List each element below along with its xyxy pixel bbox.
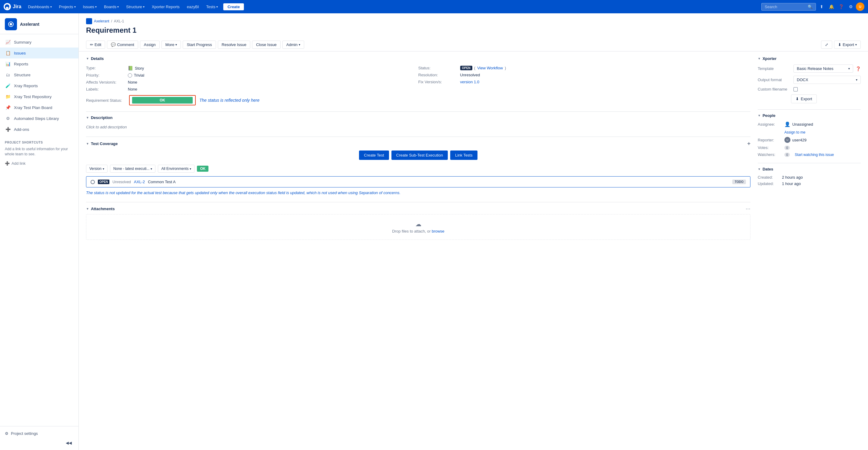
attachments-more-icon[interactable]: ⋯ xyxy=(746,206,750,212)
sidebar-item-label-reports: Reports xyxy=(14,62,28,66)
affects-version-label: Affects Version/s: xyxy=(86,80,125,85)
custom-filename-checkbox[interactable] xyxy=(794,87,798,92)
details-toggle-icon: ▼ xyxy=(86,57,89,60)
admin-button[interactable]: Admin ▾ xyxy=(282,40,304,49)
nav-bell-icon[interactable]: 🔔 xyxy=(827,2,836,11)
template-help-icon[interactable]: ❓ xyxy=(856,66,861,71)
version-filter-chevron: ▾ xyxy=(103,167,104,170)
sidebar-item-xray-test-plan[interactable]: 📌 Xray Test Plan Board xyxy=(0,102,79,113)
divider-2 xyxy=(86,136,750,137)
nav-boards[interactable]: Boards ▾ xyxy=(101,3,122,10)
auto-steps-icon: ⚙ xyxy=(5,116,11,122)
details-grid: Type: 📗 Story Priority: Trivi xyxy=(86,64,750,93)
admin-chevron-icon: ▾ xyxy=(299,43,300,46)
sidebar-item-xray-reports[interactable]: 🧪 Xray Reports xyxy=(0,80,79,91)
nav-settings-icon[interactable]: ⚙ xyxy=(846,2,855,11)
output-format-chevron-icon: ▾ xyxy=(856,78,858,82)
resolve-issue-button[interactable]: Resolve Issue xyxy=(218,40,251,49)
attachments-section: ▼ Attachments ⋯ ☁ Drop files to attach, … xyxy=(86,206,750,240)
export-chevron-icon: ▾ xyxy=(855,43,857,46)
attachments-drop-area[interactable]: ☁ Drop files to attach, or browse xyxy=(86,214,750,240)
test-coverage-add-icon[interactable]: + xyxy=(747,140,750,147)
created-value: 2 hours ago xyxy=(782,175,803,180)
nav-dashboards[interactable]: Dashboards ▾ xyxy=(25,3,55,10)
nav-issues[interactable]: Issues ▾ xyxy=(80,3,100,10)
sidebar: Axelerant 📈 Summary 📋 Issues 📊 Reports 🗂… xyxy=(0,13,79,450)
test-unresolved: Unresolved xyxy=(113,180,131,184)
export-button[interactable]: ⬇ Export ▾ xyxy=(834,40,861,49)
sidebar-item-structure[interactable]: 🗂 Structure xyxy=(0,69,79,80)
template-select[interactable]: Basic Release Notes ▾ xyxy=(794,64,853,73)
divider-3 xyxy=(86,202,750,202)
environment-filter[interactable]: All Environments ▾ xyxy=(158,165,194,172)
add-link[interactable]: ➕ Add link xyxy=(0,159,79,167)
attachments-section-header[interactable]: ▼ Attachments xyxy=(86,206,746,211)
test-radio[interactable] xyxy=(91,180,95,184)
nav-share-icon[interactable]: ⬆ xyxy=(817,2,826,11)
sidebar-item-issues[interactable]: 📋 Issues xyxy=(0,47,79,59)
nav-help-icon[interactable]: ❓ xyxy=(836,2,845,11)
version-filter[interactable]: Version ▾ xyxy=(86,165,107,172)
sidebar-item-addons[interactable]: ➕ Add-ons xyxy=(0,124,79,135)
watch-link[interactable]: Start watching this issue xyxy=(795,153,834,157)
project-settings-item[interactable]: ⚙ Project settings xyxy=(0,429,79,438)
people-header: ▼ People xyxy=(758,113,861,118)
output-format-select[interactable]: DOCX ▾ xyxy=(794,76,861,84)
view-workflow-link[interactable]: View Workflow xyxy=(477,66,503,70)
xporter-custom-filename-row: Custom filename xyxy=(758,87,861,92)
nav-structure[interactable]: Structure ▾ xyxy=(123,3,148,10)
search-bar[interactable]: Search 🔍 xyxy=(762,3,816,10)
assign-button[interactable]: Assign xyxy=(140,40,160,49)
more-button[interactable]: More ▾ xyxy=(161,40,181,49)
nav-projects[interactable]: Projects ▾ xyxy=(56,3,79,10)
assignee-icon: 👤 xyxy=(784,122,790,127)
test-key-link[interactable]: AXL-2 xyxy=(134,180,145,184)
fix-version-value[interactable]: version 1.0 xyxy=(460,79,479,84)
description-section-header[interactable]: ▼ Description xyxy=(86,116,750,120)
version-value-filter[interactable]: None - latest executi... ▾ xyxy=(110,165,155,172)
xporter-panel: ▼ Xporter Template Basic Release Notes ▾… xyxy=(758,56,861,103)
link-tests-button[interactable]: Link Tests xyxy=(450,151,477,160)
breadcrumb-project-link[interactable]: Axelerant xyxy=(94,19,110,23)
sidebar-item-label-auto-steps: Automated Steps Library xyxy=(14,116,59,121)
comment-button[interactable]: 💬 Comment xyxy=(107,40,138,49)
sidebar-collapse-btn[interactable]: ◀◀ xyxy=(64,440,73,446)
create-test-button[interactable]: Create Test xyxy=(359,151,389,160)
details-section-header[interactable]: ▼ Details xyxy=(86,56,750,61)
nav-tests[interactable]: Tests ▾ xyxy=(203,3,221,10)
sidebar-item-reports[interactable]: 📊 Reports xyxy=(0,59,79,69)
jira-logo[interactable]: Jira xyxy=(4,3,21,10)
todo-badge: TODO xyxy=(732,180,746,184)
details-right: Status: OPEN (View Workflow) Resolution:… xyxy=(418,64,751,93)
close-issue-button[interactable]: Close Issue xyxy=(252,40,281,49)
sidebar-item-summary[interactable]: 📈 Summary xyxy=(0,37,79,47)
create-button[interactable]: Create xyxy=(223,3,244,10)
sidebar-item-xray-test-repo[interactable]: 📁 Xray Test Repository xyxy=(0,91,79,102)
assign-to-me-link[interactable]: Assign to me xyxy=(784,130,805,134)
start-progress-button[interactable]: Start Progress xyxy=(183,40,216,49)
test-coverage-section: ▼ Test Coverage + Create Test Create Sub… xyxy=(86,140,750,196)
watchers-label: Watchers: xyxy=(758,152,782,157)
reporter-value-group: U user429 xyxy=(784,137,806,143)
sidebar-divider-2 xyxy=(758,163,861,163)
app-layout: Axelerant 📈 Summary 📋 Issues 📊 Reports 🗂… xyxy=(0,13,868,450)
create-sub-test-button[interactable]: Create Sub-Test Execution xyxy=(392,151,448,160)
sidebar-item-auto-steps[interactable]: ⚙ Automated Steps Library xyxy=(0,113,79,124)
description-section: ▼ Description Click to add description xyxy=(86,116,750,130)
share-button[interactable]: ⤢ xyxy=(821,40,832,49)
test-coverage-section-header[interactable]: ▼ Test Coverage + xyxy=(86,140,750,147)
nav-eazybi[interactable]: eazyBI xyxy=(184,3,202,10)
details-left: Type: 📗 Story Priority: Trivi xyxy=(86,64,418,93)
priority-label: Priority: xyxy=(86,73,125,77)
toolbar-right-group: ⤢ ⬇ Export ▾ xyxy=(821,40,861,49)
user-avatar[interactable]: U xyxy=(856,2,864,11)
requirement-status-note: The status is reflected only here xyxy=(199,98,259,103)
nav-xporter-reports[interactable]: Xporter Reports xyxy=(149,3,183,10)
attachments-browse-link[interactable]: browse xyxy=(432,229,444,233)
breadcrumb-project-icon xyxy=(86,18,92,24)
people-reporter-row: Reporter: U user429 xyxy=(758,137,861,143)
xporter-export-button[interactable]: ⬇ Export xyxy=(791,95,817,103)
edit-button[interactable]: ✏ Edit xyxy=(86,40,105,49)
people-toggle-icon: ▼ xyxy=(758,114,761,117)
description-placeholder[interactable]: Click to add description xyxy=(86,124,750,130)
